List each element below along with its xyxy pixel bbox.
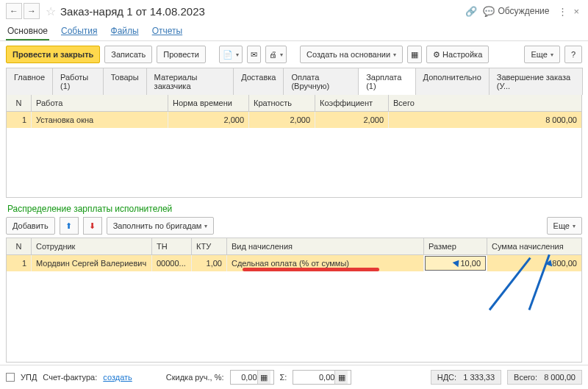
upd-label: УПД	[21, 373, 37, 382]
create-on-button[interactable]: Создать на основании▾	[300, 46, 403, 63]
subtab-events[interactable]: События	[60, 23, 99, 40]
nav-back[interactable]: ←	[6, 3, 22, 19]
hdr2-ktu: КТУ	[192, 238, 227, 254]
sigma-input[interactable]: 0,00	[296, 373, 334, 382]
total-box: Всего: 8 000,00	[507, 370, 582, 385]
write-button[interactable]: Записать	[104, 46, 152, 63]
subtab-files[interactable]: Файлы	[110, 23, 140, 40]
arrow-up-icon: ⬆	[65, 221, 72, 231]
sf-label: Счет-фактура:	[43, 373, 97, 382]
hdr2-n: N	[7, 238, 32, 254]
tab-salary[interactable]: Зарплата (1)	[358, 68, 415, 95]
calc-icon[interactable]: ▦	[257, 371, 270, 384]
more-dots[interactable]: ⋮	[558, 6, 567, 17]
add-button[interactable]: Добавить	[6, 217, 55, 235]
doc-menu-button[interactable]: 📄▾	[219, 46, 243, 63]
subtab-reports[interactable]: Отчеты	[151, 23, 184, 40]
hdr2-emp: Сотрудник	[32, 238, 152, 254]
print-button[interactable]: 🖨▾	[265, 46, 287, 63]
sf-create-link[interactable]: создать	[103, 373, 132, 382]
hdr2-tn: ТН	[152, 238, 192, 254]
hdr2-type: Вид начисления	[227, 238, 424, 254]
conduct-close-button[interactable]: Провести и закрыть	[6, 46, 100, 63]
hdr2-sum: Сумма начисления	[487, 238, 581, 254]
conduct-button[interactable]: Провести	[157, 46, 206, 63]
calc-icon[interactable]: ▦	[334, 371, 348, 384]
hdr2-size: Размер	[424, 238, 487, 254]
hdr-norm: Норма времени	[168, 95, 249, 111]
nav-fwd[interactable]: →	[24, 3, 40, 19]
close-icon[interactable]: ×	[573, 6, 579, 17]
disc-input[interactable]: 0,00	[234, 373, 257, 382]
tab-extra[interactable]: Дополнительно	[415, 68, 490, 95]
arrow-down-icon: ⬇	[89, 221, 96, 231]
annotation-underline	[243, 268, 379, 271]
discuss-icon[interactable]: 💬	[483, 6, 495, 17]
sigma-label: Σ:	[280, 373, 287, 382]
layout-button[interactable]: ▦	[407, 46, 422, 63]
more-button-2[interactable]: Еще▾	[547, 217, 582, 235]
envelope-icon: ✉	[251, 50, 257, 60]
tab-goods[interactable]: Товары	[103, 68, 147, 95]
tab-main[interactable]: Главное	[6, 68, 53, 95]
hdr-total: Всего	[389, 95, 581, 111]
printer-icon: 🖨	[269, 50, 277, 59]
tab-finish[interactable]: Завершение заказа (У...	[489, 68, 583, 95]
tab-payment[interactable]: Оплата (Вручную)	[283, 68, 359, 95]
tab-delivery[interactable]: Доставка	[233, 68, 284, 95]
table-row[interactable]: 1 Установка окна 2,000 2,000 2,000 8 000…	[7, 112, 581, 128]
hdr-n: N	[7, 95, 32, 111]
move-up-button[interactable]: ⬆	[60, 217, 79, 235]
layout-icon: ▦	[411, 50, 418, 60]
page-title: Заказ-наряд 1 от 14.08.2023	[60, 5, 205, 18]
nds-box: НДС: 1 333,33	[431, 370, 501, 385]
star-icon[interactable]: ☆	[46, 4, 56, 18]
link-icon[interactable]: 🔗	[465, 6, 477, 17]
hdr-mult: Кратность	[249, 95, 315, 111]
hdr-coef: Коэффициент	[315, 95, 389, 111]
subtab-main[interactable]: Основное	[6, 23, 49, 40]
disc-label: Скидка руч., %:	[166, 373, 224, 382]
doc-icon: 📄	[223, 50, 233, 60]
help-button[interactable]: ?	[564, 46, 582, 63]
fill-brigades-button[interactable]: Заполнить по бригадам▾	[107, 217, 215, 235]
hdr-work: Работа	[32, 95, 168, 111]
tab-mats[interactable]: Материалы заказчика	[146, 68, 234, 95]
move-down-button[interactable]: ⬇	[83, 217, 102, 235]
setup-button[interactable]: Настройка	[426, 46, 489, 63]
mail-button[interactable]: ✉	[247, 46, 261, 63]
tab-works[interactable]: Работы (1)	[52, 68, 104, 95]
discuss-label[interactable]: Обсуждение	[498, 6, 549, 16]
more-button[interactable]: Еще▾	[524, 46, 559, 63]
section-title: Распределение зарплаты исполнителей	[0, 198, 588, 217]
upd-checkbox[interactable]	[6, 373, 15, 382]
